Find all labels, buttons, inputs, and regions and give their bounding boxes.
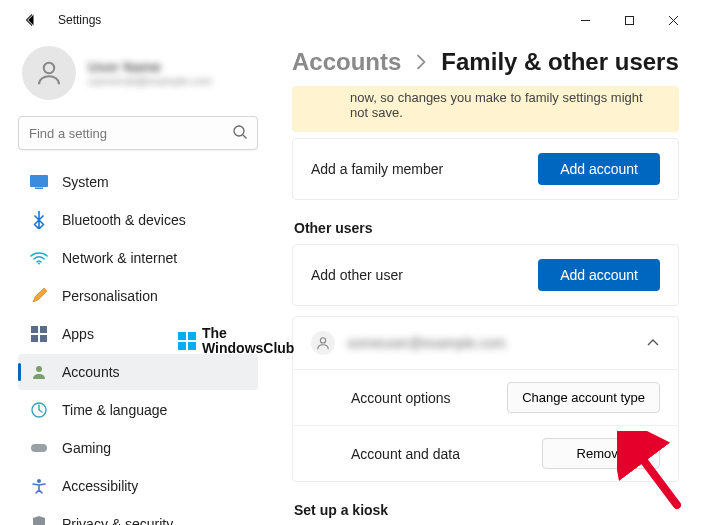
profile-block[interactable]: User Name useremail@example.com [18, 40, 258, 112]
minimize-icon [580, 15, 591, 26]
content-area: Accounts Family & other users now, so ch… [270, 40, 701, 525]
close-button[interactable] [651, 5, 695, 35]
other-users-heading: Other users [294, 220, 679, 236]
nav-list: System Bluetooth & devices Network & int… [18, 164, 258, 525]
sidebar-item-label: Personalisation [62, 288, 158, 304]
sidebar-item-network[interactable]: Network & internet [18, 240, 258, 276]
svg-point-14 [320, 338, 325, 343]
svg-rect-0 [625, 16, 633, 24]
breadcrumb-main[interactable]: Accounts [292, 48, 401, 76]
arrow-left-icon [23, 13, 37, 27]
change-account-type-button[interactable]: Change account type [507, 382, 660, 413]
sidebar-item-label: Network & internet [62, 250, 177, 266]
breadcrumb: Accounts Family & other users [292, 40, 679, 86]
other-user-row[interactable]: someuser@example.com [293, 317, 678, 370]
sidebar-item-bluetooth[interactable]: Bluetooth & devices [18, 202, 258, 238]
sidebar-item-privacy[interactable]: Privacy & security [18, 506, 258, 525]
svg-point-5 [38, 263, 40, 265]
wifi-icon [30, 249, 48, 267]
chevron-right-icon [415, 54, 427, 70]
sidebar-item-label: Bluetooth & devices [62, 212, 186, 228]
sidebar-item-apps[interactable]: Apps [18, 316, 258, 352]
svg-rect-6 [31, 326, 38, 333]
profile-email: useremail@example.com [88, 75, 212, 87]
svg-point-10 [36, 366, 42, 372]
svg-point-2 [234, 126, 244, 136]
svg-rect-9 [40, 335, 47, 342]
sidebar-item-accessibility[interactable]: Accessibility [18, 468, 258, 504]
other-user-email: someuser@example.com [347, 335, 634, 351]
globe-clock-icon [30, 401, 48, 419]
avatar [22, 46, 76, 100]
sidebar-item-gaming[interactable]: Gaming [18, 430, 258, 466]
shield-icon [30, 515, 48, 525]
sidebar-item-label: Gaming [62, 440, 111, 456]
add-family-account-button[interactable]: Add account [538, 153, 660, 185]
maximize-button[interactable] [607, 5, 651, 35]
account-and-data-label: Account and data [311, 446, 460, 462]
svg-rect-8 [31, 335, 38, 342]
add-other-user-label: Add other user [311, 267, 403, 283]
sidebar-item-time-language[interactable]: Time & language [18, 392, 258, 428]
svg-rect-4 [35, 188, 43, 190]
search-icon [232, 124, 248, 140]
gamepad-icon [30, 439, 48, 457]
add-other-user-card: Add other user Add account [292, 244, 679, 306]
titlebar: Settings [0, 0, 701, 40]
close-icon [668, 15, 679, 26]
back-button[interactable] [16, 6, 44, 34]
bluetooth-icon [30, 211, 48, 229]
add-family-label: Add a family member [311, 161, 443, 177]
svg-rect-3 [30, 175, 48, 187]
person-icon [316, 336, 330, 350]
breadcrumb-sub: Family & other users [441, 48, 678, 76]
svg-point-13 [37, 479, 41, 483]
apps-icon [30, 325, 48, 343]
remove-account-button[interactable]: Remove [542, 438, 660, 469]
sidebar-item-label: Apps [62, 326, 94, 342]
svg-point-1 [44, 63, 55, 74]
accessibility-icon [30, 477, 48, 495]
search-input[interactable] [18, 116, 258, 150]
sync-warning-banner: now, so changes you make to family setti… [292, 86, 679, 132]
user-avatar-small [311, 331, 335, 355]
profile-name: User Name [88, 59, 212, 75]
display-icon [30, 173, 48, 191]
sidebar-item-label: Accessibility [62, 478, 138, 494]
window-title: Settings [58, 13, 101, 27]
other-user-card: someuser@example.com Account options Cha… [292, 316, 679, 482]
sidebar-item-label: Privacy & security [62, 516, 173, 525]
kiosk-heading: Set up a kiosk [294, 502, 679, 518]
svg-rect-12 [31, 444, 47, 452]
svg-rect-7 [40, 326, 47, 333]
sidebar-item-label: Accounts [62, 364, 120, 380]
sidebar-item-system[interactable]: System [18, 164, 258, 200]
person-icon [30, 363, 48, 381]
sidebar-item-label: Time & language [62, 402, 167, 418]
sidebar: User Name useremail@example.com System B… [0, 40, 270, 525]
add-other-account-button[interactable]: Add account [538, 259, 660, 291]
sidebar-item-personalisation[interactable]: Personalisation [18, 278, 258, 314]
sidebar-item-label: System [62, 174, 109, 190]
maximize-icon [624, 15, 635, 26]
paintbrush-icon [30, 287, 48, 305]
minimize-button[interactable] [563, 5, 607, 35]
account-options-label: Account options [311, 390, 451, 406]
family-card: Add a family member Add account [292, 138, 679, 200]
sidebar-item-accounts[interactable]: Accounts [18, 354, 258, 390]
person-icon [34, 58, 64, 88]
chevron-up-icon [646, 336, 660, 350]
